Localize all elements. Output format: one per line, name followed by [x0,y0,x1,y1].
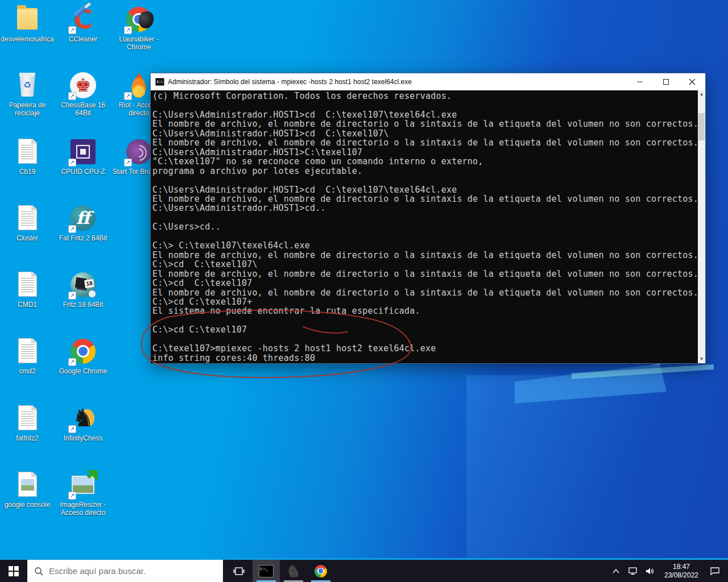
desktop-icon-cluster[interactable]: Cluster [0,205,55,242]
tray-chevron-button[interactable] [609,559,623,582]
desktop-icon-cb19[interactable]: Cb19 [0,138,55,176]
desktop-icon-cmd1[interactable]: CMD1 [0,271,55,309]
action-center-button[interactable] [705,559,725,582]
photo-overlay [139,11,154,28]
document-icon [18,205,37,230]
desktop-icon-chessbase16[interactable]: ↗ ChessBase 16 64Bit [56,72,110,117]
desktop-icon-desvelemosafrica[interactable]: desvelemosafrica [0,6,55,43]
icon-label: CCleaner [56,35,110,43]
cmd-icon: C:\_ [259,565,274,577]
document-icon [18,405,37,430]
shortcut-arrow-icon: ↗ [68,492,76,500]
shortcut-arrow-icon: ↗ [68,159,76,167]
terminal-output[interactable]: (c) Microsoft Corporation. Todos los der… [151,90,698,363]
desktop-icon-cmd2[interactable]: cmd2 [0,338,55,375]
taskbar-app-chrome[interactable] [307,560,334,582]
search-input[interactable] [49,566,197,576]
maximize-button[interactable] [653,73,679,90]
shortcut-arrow-icon: ↗ [124,92,132,100]
search-icon [34,567,43,576]
desktop-icon-fatfritz2-app[interactable]: ↗ Fat Fritz 2 64Bit [56,205,110,242]
clock-date: 23/08/2022 [660,571,703,580]
icon-label: Google Chrome [56,367,110,375]
shortcut-arrow-icon: ↗ [68,92,76,100]
taskbar: C:\_ ♞ [0,558,728,582]
window-titlebar[interactable]: C:\ Administrador: Símbolo del sistema -… [151,73,705,90]
icon-label: Cb19 [0,168,55,176]
desktop-icon-imageresizer[interactable]: ↗ ImageResizer - Acceso directo [56,471,110,517]
taskbar-search[interactable] [27,560,223,582]
scroll-down-icon[interactable]: ▼ [698,355,705,363]
image-file-icon [18,472,37,497]
desktop-icon-infinitychess[interactable]: ↗ InfinityChess [56,405,110,442]
icon-label: ChessBase 16 64Bit [56,101,110,117]
task-view-button[interactable] [225,560,253,582]
desktop-icon-ccleaner[interactable]: C ↗ CCleaner [56,6,110,43]
desktop: desvelemosafrica C ↗ CCleaner ↗ Llaunabi… [0,0,728,582]
clock-time: 18:47 [660,563,703,571]
icon-label: Cluster [0,234,55,242]
icon-label: Papelera de reciclaje [0,101,55,117]
desktop-icon-fritz18[interactable]: 18 ↗ Fritz 18 64Bit [56,271,110,309]
icon-label: Fritz 18 64Bit [56,301,110,309]
start-button[interactable] [0,560,27,582]
speaker-icon [645,567,655,576]
scrollbar[interactable]: ▲ ▼ [698,90,705,363]
recycle-bin-icon [19,73,35,97]
chevron-up-icon [613,569,619,573]
desktop-icon-google-console[interactable]: google console [0,471,55,509]
network-icon [628,567,638,576]
shortcut-arrow-icon: ↗ [124,159,132,167]
icon-label: Llaunabiker - Chrome [111,35,166,51]
icon-label: desvelemosafrica [0,35,55,43]
desktop-icon-fatfritz2-doc[interactable]: fatfritz2 [0,405,55,442]
wallpaper-beam [572,364,714,379]
window-title: Administrador: Símbolo del sistema - mpi… [168,78,627,86]
document-icon [18,338,37,363]
icon-label: CPUID CPU-Z [56,168,110,176]
windows-logo-icon [9,566,19,576]
terminal-text: (c) Microsoft Corporation. Todos los der… [151,90,698,363]
shortcut-arrow-icon: ↗ [68,26,76,34]
taskbar-app-cmd[interactable]: C:\_ [253,560,280,582]
shortcut-arrow-icon: ↗ [124,26,132,34]
flame-icon [131,73,147,98]
volume-button[interactable] [643,559,657,582]
shortcut-arrow-icon: ↗ [68,425,76,433]
icon-label: CMD1 [0,301,55,309]
desktop-icon-cpuz[interactable]: ↗ CPUID CPU-Z [56,138,110,176]
task-view-icon [233,566,245,576]
notification-icon [710,567,720,576]
icon-label: fatfritz2 [0,434,55,442]
desktop-icon-recycle-bin[interactable]: Papelera de reciclaje [0,72,55,117]
taskbar-clock[interactable]: 18:47 23/08/2022 [660,563,703,580]
wallpaper-beam [515,364,680,404]
scroll-up-icon[interactable]: ▲ [698,90,705,98]
icon-label: cmd2 [0,367,55,375]
shortcut-arrow-icon: ↗ [68,292,76,300]
document-icon [18,272,37,297]
icon-label: InfinityChess [56,434,110,442]
shortcut-arrow-icon: ↗ [68,225,76,233]
desktop-icon-llaunabiker-chrome[interactable]: ↗ Llaunabiker - Chrome [111,6,166,51]
desktop-icon-google-chrome[interactable]: ↗ Google Chrome [56,338,110,375]
taskbar-app-infinitychess[interactable]: ♞ [280,560,307,582]
cmd-window-icon: C:\ [155,78,164,86]
scrollbar-thumb[interactable] [698,113,705,140]
icon-label: ImageResizer - Acceso directo [56,501,110,517]
document-icon [18,139,37,164]
chrome-icon [315,565,327,577]
cmd-window[interactable]: C:\ Administrador: Símbolo del sistema -… [150,73,706,364]
shortcut-arrow-icon: ↗ [68,358,76,366]
wallpaper-beam [466,375,728,563]
network-button[interactable] [626,559,640,582]
close-button[interactable] [679,73,705,90]
icon-label: google console [0,501,55,509]
icon-label: Fat Fritz 2 64Bit [56,234,110,242]
folder-icon [17,8,38,30]
minimize-button[interactable] [627,73,653,90]
chess-knight-icon: ♞ [287,564,300,579]
